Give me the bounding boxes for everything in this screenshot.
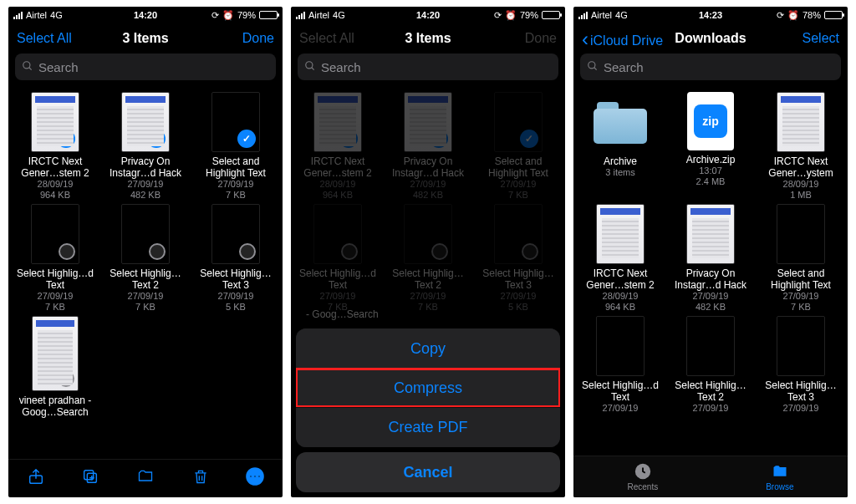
nav-title: 3 Items: [405, 31, 451, 46]
tab-bar: RecentsBrowse: [573, 456, 848, 497]
nav-title: 3 Items: [122, 31, 168, 46]
battery-icon: [824, 11, 843, 19]
file-item[interactable]: IRCTC Next Gener…stem 228/09/19964 KB: [577, 204, 664, 313]
file-name: Select Highlig…Text 2: [104, 267, 187, 291]
search-input[interactable]: Search: [580, 53, 841, 80]
search-icon: [22, 60, 33, 74]
tab-browse[interactable]: Browse: [766, 462, 793, 491]
document-thumbnail: [31, 92, 79, 152]
file-item[interactable]: Select and Highlight Text27/09/197 KB: [475, 92, 562, 201]
file-name: Select Highlig…d Text: [13, 267, 97, 291]
nav-left-button[interactable]: Select All: [299, 31, 354, 46]
nav-right-button[interactable]: Done: [525, 31, 557, 46]
svg-line-12: [594, 67, 597, 69]
phone-screen-1: Airtel4G14:20⟳⏰79%Select All3 ItemsDoneS…: [8, 7, 283, 497]
file-item[interactable]: Select Highlig…Text 227/09/197 KB: [102, 204, 189, 313]
network-label: 4G: [50, 10, 63, 20]
file-item[interactable]: vineet pradhan - Goog…Search: [12, 316, 99, 418]
nav-left-button[interactable]: iCloud Drive: [582, 27, 663, 50]
file-name: Privacy On Instagr…d Hack: [386, 155, 470, 179]
signal-icon: [296, 11, 305, 19]
share-button[interactable]: [19, 467, 53, 490]
trash-button[interactable]: [184, 467, 217, 490]
file-item[interactable]: zipArchive.zip13:072.4 MB: [667, 92, 754, 201]
file-name: Select Highlig…d Text: [578, 379, 662, 403]
move-button[interactable]: [129, 468, 162, 489]
file-item[interactable]: Select and Highlight Text27/09/197 KB: [192, 92, 279, 201]
document-thumbnail: [596, 316, 645, 376]
svg-line-10: [312, 67, 314, 69]
file-name: Privacy On Instagr…d Hack: [669, 267, 752, 291]
file-item[interactable]: Select and Highlight Text27/09/197 KB: [757, 204, 844, 313]
file-date: 28/09/19: [783, 179, 819, 190]
file-size: 7 KB: [45, 302, 65, 313]
nav-right-button[interactable]: Select: [802, 31, 839, 46]
sheet-compress-button[interactable]: Compress: [296, 368, 560, 408]
search-input[interactable]: Search: [15, 53, 276, 80]
file-size: 7 KB: [508, 190, 528, 201]
nav-right-button[interactable]: Done: [242, 31, 274, 46]
unselected-ring-icon: [58, 370, 74, 387]
search-input[interactable]: Search: [298, 53, 558, 80]
file-item[interactable]: Select Highlig…d Text27/09/197 KB: [12, 204, 99, 313]
search-placeholder: Search: [321, 60, 361, 74]
search-placeholder: Search: [604, 60, 644, 74]
file-item[interactable]: Select Highlig…Text 227/09/197 KB: [385, 204, 471, 313]
document-thumbnail: [686, 204, 735, 264]
document-thumbnail: [494, 204, 543, 264]
document-thumbnail: [404, 204, 452, 264]
file-item[interactable]: Select Highlig…Text 327/09/195 KB: [475, 204, 562, 313]
trash-icon: [192, 471, 209, 489]
clock-label: 14:20: [416, 10, 440, 20]
file-name: Select Highlig…Text 2: [386, 267, 470, 291]
file-date: 27/09/19: [783, 291, 819, 302]
file-name: IRCTC Next Gener…ystem: [759, 155, 843, 179]
document-thumbnail: [211, 92, 260, 152]
more-button[interactable]: [238, 466, 272, 491]
nav-left-button[interactable]: Select All: [17, 31, 72, 46]
file-item[interactable]: IRCTC Next Gener…ystem28/09/191 MB: [757, 92, 844, 201]
file-item[interactable]: IRCTC Next Gener…stem 228/09/19964 KB: [12, 92, 99, 201]
share-icon: [27, 471, 45, 489]
battery-pct: 78%: [802, 10, 821, 20]
document-thumbnail: [313, 204, 362, 264]
file-item[interactable]: Privacy On Instagr…d Hack27/09/19482 KB: [385, 92, 471, 201]
orientation-lock-icon: ⟳: [211, 10, 219, 21]
tab-recents[interactable]: Recents: [627, 462, 658, 491]
file-size: 7 KB: [791, 302, 811, 313]
file-name: Select and Highlight Text: [194, 155, 278, 179]
svg-point-8: [258, 476, 261, 478]
file-name: IRCTC Next Gener…stem 2: [296, 155, 380, 179]
selected-checkmark-icon: [430, 130, 448, 148]
file-name: Archive.zip: [686, 154, 736, 165]
file-item[interactable]: Archive3 items: [577, 92, 664, 201]
search-icon: [304, 60, 316, 74]
file-name: Privacy On Instagr…d Hack: [104, 155, 187, 179]
file-grid: IRCTC Next Gener…stem 228/09/19964 KBPri…: [291, 85, 565, 315]
document-thumbnail: [121, 92, 170, 152]
sheet-create-pdf-button[interactable]: Create PDF: [296, 407, 560, 447]
sheet-copy-button[interactable]: Copy: [296, 328, 560, 369]
file-date: 27/09/19: [501, 291, 537, 302]
sheet-cancel-button[interactable]: Cancel: [296, 452, 560, 492]
file-item[interactable]: Select Highlig…Text 327/09/195 KB: [192, 204, 279, 313]
svg-point-11: [588, 61, 595, 68]
file-item[interactable]: IRCTC Next Gener…stem 228/09/19964 KB: [294, 92, 381, 201]
file-item[interactable]: Privacy On Instagr…d Hack27/09/19482 KB: [667, 204, 754, 313]
folder-icon: [594, 100, 647, 144]
orientation-lock-icon: ⟳: [494, 10, 502, 21]
file-grid: IRCTC Next Gener…stem 228/09/19964 KBPri…: [8, 85, 283, 457]
battery-icon: [542, 11, 560, 19]
file-date: 27/09/19: [410, 179, 446, 190]
svg-point-6: [250, 476, 252, 478]
file-date: 27/09/19: [320, 291, 356, 302]
file-item[interactable]: Select Highlig…Text 327/09/19: [757, 316, 844, 414]
file-item[interactable]: Select Highlig…d Text27/09/19: [577, 316, 664, 414]
file-item[interactable]: Select Highlig…Text 227/09/19: [667, 316, 754, 414]
file-item[interactable]: Select Highlig…d Text27/09/197 KB: [294, 204, 381, 313]
duplicate-button[interactable]: [74, 467, 107, 490]
carrier-label: Airtel: [591, 10, 612, 20]
file-item[interactable]: Privacy On Instagr…d Hack27/09/19482 KB: [102, 92, 189, 201]
signal-icon: [13, 11, 23, 19]
alarm-icon: ⏰: [787, 10, 799, 21]
